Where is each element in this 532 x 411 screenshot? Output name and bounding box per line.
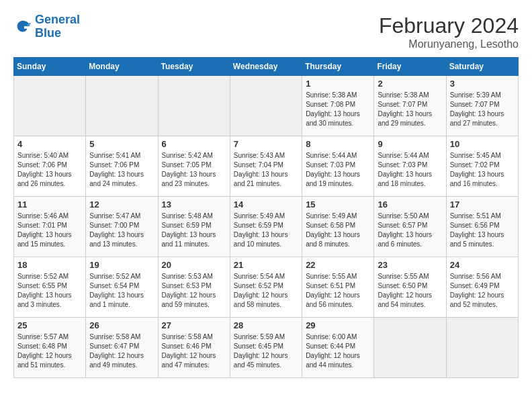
cell-details: Sunrise: 5:59 AM Sunset: 6:45 PM Dayligh… bbox=[234, 332, 298, 370]
calendar-cell: 10Sunrise: 5:45 AM Sunset: 7:02 PM Dayli… bbox=[446, 136, 518, 197]
day-number: 23 bbox=[378, 260, 442, 270]
calendar-cell: 12Sunrise: 5:47 AM Sunset: 7:00 PM Dayli… bbox=[86, 197, 158, 257]
logo-icon bbox=[13, 17, 32, 36]
calendar-cell: 16Sunrise: 5:50 AM Sunset: 6:57 PM Dayli… bbox=[374, 197, 446, 257]
logo: General Blue bbox=[13, 13, 80, 40]
calendar-cell: 27Sunrise: 5:58 AM Sunset: 6:46 PM Dayli… bbox=[158, 318, 230, 378]
day-number: 13 bbox=[162, 199, 226, 210]
calendar-table: SundayMondayTuesdayWednesdayThursdayFrid… bbox=[13, 57, 519, 378]
calendar-week-row: 25Sunrise: 5:57 AM Sunset: 6:48 PM Dayli… bbox=[14, 318, 519, 378]
weekday-header-sunday: Sunday bbox=[14, 58, 86, 76]
weekday-header-friday: Friday bbox=[374, 58, 446, 76]
page-header: General Blue February 2024 Morunyaneng, … bbox=[13, 13, 519, 50]
logo-line2: Blue bbox=[35, 26, 61, 40]
weekday-header-tuesday: Tuesday bbox=[158, 58, 230, 76]
calendar-cell: 23Sunrise: 5:55 AM Sunset: 6:50 PM Dayli… bbox=[374, 257, 446, 318]
cell-details: Sunrise: 5:42 AM Sunset: 7:05 PM Dayligh… bbox=[162, 151, 226, 189]
calendar-cell: 22Sunrise: 5:55 AM Sunset: 6:51 PM Dayli… bbox=[302, 257, 374, 318]
calendar-week-row: 18Sunrise: 5:52 AM Sunset: 6:55 PM Dayli… bbox=[14, 257, 519, 318]
calendar-cell: 14Sunrise: 5:49 AM Sunset: 6:59 PM Dayli… bbox=[230, 197, 302, 257]
cell-details: Sunrise: 5:45 AM Sunset: 7:02 PM Dayligh… bbox=[450, 151, 515, 189]
calendar-cell: 20Sunrise: 5:53 AM Sunset: 6:53 PM Dayli… bbox=[158, 257, 230, 318]
calendar-cell: 11Sunrise: 5:46 AM Sunset: 7:01 PM Dayli… bbox=[14, 197, 86, 257]
calendar-cell: 21Sunrise: 5:54 AM Sunset: 6:52 PM Dayli… bbox=[230, 257, 302, 318]
day-number: 10 bbox=[450, 139, 515, 149]
calendar-cell: 9Sunrise: 5:44 AM Sunset: 7:03 PM Daylig… bbox=[374, 136, 446, 197]
calendar-cell: 24Sunrise: 5:56 AM Sunset: 6:49 PM Dayli… bbox=[446, 257, 518, 318]
day-number: 29 bbox=[306, 320, 370, 330]
cell-details: Sunrise: 5:40 AM Sunset: 7:06 PM Dayligh… bbox=[17, 151, 82, 189]
cell-details: Sunrise: 5:48 AM Sunset: 6:59 PM Dayligh… bbox=[162, 212, 226, 249]
day-number: 1 bbox=[306, 79, 370, 89]
location: Morunyaneng, Lesotho bbox=[379, 38, 519, 50]
cell-details: Sunrise: 5:52 AM Sunset: 6:54 PM Dayligh… bbox=[89, 272, 154, 310]
day-number: 21 bbox=[234, 260, 298, 270]
day-number: 25 bbox=[17, 320, 82, 330]
day-number: 28 bbox=[234, 320, 298, 330]
day-number: 3 bbox=[450, 79, 515, 89]
day-number: 8 bbox=[306, 139, 370, 149]
month-title: February 2024 bbox=[379, 13, 519, 38]
day-number: 20 bbox=[162, 260, 226, 270]
cell-details: Sunrise: 5:51 AM Sunset: 6:56 PM Dayligh… bbox=[450, 212, 515, 249]
cell-details: Sunrise: 5:38 AM Sunset: 7:07 PM Dayligh… bbox=[378, 91, 442, 128]
cell-details: Sunrise: 5:54 AM Sunset: 6:52 PM Dayligh… bbox=[234, 272, 298, 310]
calendar-cell: 25Sunrise: 5:57 AM Sunset: 6:48 PM Dayli… bbox=[14, 318, 86, 378]
calendar-cell: 13Sunrise: 5:48 AM Sunset: 6:59 PM Dayli… bbox=[158, 197, 230, 257]
calendar-cell: 29Sunrise: 6:00 AM Sunset: 6:44 PM Dayli… bbox=[302, 318, 374, 378]
cell-details: Sunrise: 5:49 AM Sunset: 6:58 PM Dayligh… bbox=[306, 212, 370, 249]
day-number: 18 bbox=[17, 260, 82, 270]
logo-line1: General bbox=[35, 13, 80, 26]
calendar-cell bbox=[14, 76, 86, 136]
calendar-cell: 3Sunrise: 5:39 AM Sunset: 7:07 PM Daylig… bbox=[446, 76, 518, 136]
cell-details: Sunrise: 5:44 AM Sunset: 7:03 PM Dayligh… bbox=[306, 151, 370, 189]
calendar-cell bbox=[230, 76, 302, 136]
weekday-header-wednesday: Wednesday bbox=[230, 58, 302, 76]
day-number: 5 bbox=[89, 139, 154, 149]
calendar-cell: 17Sunrise: 5:51 AM Sunset: 6:56 PM Dayli… bbox=[446, 197, 518, 257]
calendar-cell: 8Sunrise: 5:44 AM Sunset: 7:03 PM Daylig… bbox=[302, 136, 374, 197]
title-block: February 2024 Morunyaneng, Lesotho bbox=[379, 13, 519, 50]
weekday-header-saturday: Saturday bbox=[446, 58, 518, 76]
calendar-cell: 15Sunrise: 5:49 AM Sunset: 6:58 PM Dayli… bbox=[302, 197, 374, 257]
calendar-cell: 7Sunrise: 5:43 AM Sunset: 7:04 PM Daylig… bbox=[230, 136, 302, 197]
day-number: 14 bbox=[234, 199, 298, 210]
day-number: 11 bbox=[17, 199, 82, 210]
cell-details: Sunrise: 5:44 AM Sunset: 7:03 PM Dayligh… bbox=[378, 151, 442, 189]
calendar-cell bbox=[158, 76, 230, 136]
calendar-cell: 6Sunrise: 5:42 AM Sunset: 7:05 PM Daylig… bbox=[158, 136, 230, 197]
calendar-week-row: 4Sunrise: 5:40 AM Sunset: 7:06 PM Daylig… bbox=[14, 136, 519, 197]
calendar-cell: 2Sunrise: 5:38 AM Sunset: 7:07 PM Daylig… bbox=[374, 76, 446, 136]
day-number: 6 bbox=[162, 139, 226, 149]
day-number: 27 bbox=[162, 320, 226, 330]
cell-details: Sunrise: 5:43 AM Sunset: 7:04 PM Dayligh… bbox=[234, 151, 298, 189]
calendar-cell: 18Sunrise: 5:52 AM Sunset: 6:55 PM Dayli… bbox=[14, 257, 86, 318]
day-number: 9 bbox=[378, 139, 442, 149]
day-number: 24 bbox=[450, 260, 515, 270]
day-number: 15 bbox=[306, 199, 370, 210]
weekday-header-monday: Monday bbox=[86, 58, 158, 76]
day-number: 17 bbox=[450, 199, 515, 210]
weekday-header-row: SundayMondayTuesdayWednesdayThursdayFrid… bbox=[14, 58, 519, 76]
cell-details: Sunrise: 5:52 AM Sunset: 6:55 PM Dayligh… bbox=[17, 272, 82, 310]
weekday-header-thursday: Thursday bbox=[302, 58, 374, 76]
calendar-cell: 19Sunrise: 5:52 AM Sunset: 6:54 PM Dayli… bbox=[86, 257, 158, 318]
cell-details: Sunrise: 5:38 AM Sunset: 7:08 PM Dayligh… bbox=[306, 91, 370, 128]
day-number: 26 bbox=[89, 320, 154, 330]
calendar-week-row: 1Sunrise: 5:38 AM Sunset: 7:08 PM Daylig… bbox=[14, 76, 519, 136]
cell-details: Sunrise: 5:57 AM Sunset: 6:48 PM Dayligh… bbox=[17, 332, 82, 370]
calendar-cell: 4Sunrise: 5:40 AM Sunset: 7:06 PM Daylig… bbox=[14, 136, 86, 197]
cell-details: Sunrise: 6:00 AM Sunset: 6:44 PM Dayligh… bbox=[306, 332, 370, 370]
calendar-cell: 1Sunrise: 5:38 AM Sunset: 7:08 PM Daylig… bbox=[302, 76, 374, 136]
cell-details: Sunrise: 5:50 AM Sunset: 6:57 PM Dayligh… bbox=[378, 212, 442, 249]
cell-details: Sunrise: 5:58 AM Sunset: 6:46 PM Dayligh… bbox=[162, 332, 226, 370]
day-number: 2 bbox=[378, 79, 442, 89]
calendar-week-row: 11Sunrise: 5:46 AM Sunset: 7:01 PM Dayli… bbox=[14, 197, 519, 257]
calendar-cell: 28Sunrise: 5:59 AM Sunset: 6:45 PM Dayli… bbox=[230, 318, 302, 378]
calendar-cell bbox=[446, 318, 518, 378]
calendar-cell: 26Sunrise: 5:58 AM Sunset: 6:47 PM Dayli… bbox=[86, 318, 158, 378]
logo-text: General Blue bbox=[35, 13, 80, 40]
day-number: 7 bbox=[234, 139, 298, 149]
cell-details: Sunrise: 5:47 AM Sunset: 7:00 PM Dayligh… bbox=[89, 212, 154, 249]
cell-details: Sunrise: 5:46 AM Sunset: 7:01 PM Dayligh… bbox=[17, 212, 82, 249]
